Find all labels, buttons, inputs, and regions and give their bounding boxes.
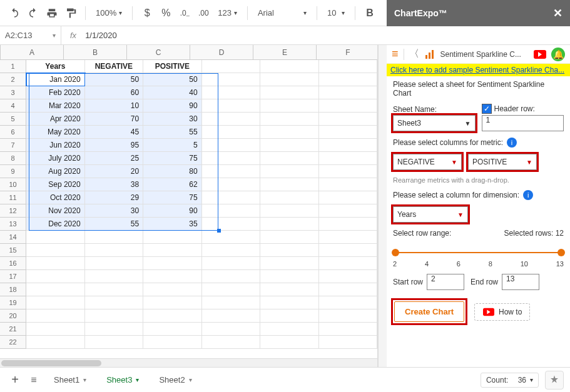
cell[interactable]: 50 xyxy=(85,73,143,86)
cell[interactable] xyxy=(319,113,377,126)
cell[interactable] xyxy=(260,283,318,296)
metric2-select[interactable]: POSITIVE▼ xyxy=(468,154,537,170)
cell[interactable]: 75 xyxy=(143,191,201,204)
zoom-select[interactable]: 100%▾ xyxy=(92,8,126,18)
cell[interactable] xyxy=(202,244,260,257)
cell[interactable] xyxy=(26,323,84,336)
cell[interactable] xyxy=(319,60,377,73)
cell[interactable] xyxy=(319,336,377,349)
currency-button[interactable]: $ xyxy=(139,5,155,21)
cell[interactable] xyxy=(202,296,260,309)
create-chart-button[interactable]: Create Chart xyxy=(394,301,464,322)
cell[interactable]: 40 xyxy=(143,86,201,99)
cell[interactable]: 95 xyxy=(85,139,143,152)
cell[interactable] xyxy=(260,113,318,126)
row-range-slider[interactable] xyxy=(394,246,562,259)
cell[interactable] xyxy=(260,165,318,178)
end-row-input[interactable]: 13 xyxy=(502,274,539,290)
cell[interactable]: 30 xyxy=(143,113,201,126)
cell[interactable] xyxy=(26,283,84,296)
add-sheet-button[interactable]: + xyxy=(6,371,24,389)
cell[interactable] xyxy=(202,73,260,86)
column-header[interactable]: A xyxy=(1,45,64,59)
cell[interactable] xyxy=(260,86,318,99)
header-row-checkbox[interactable]: ✓ xyxy=(482,104,492,114)
row-header[interactable]: 4 xyxy=(0,99,26,113)
cell[interactable]: 35 xyxy=(143,218,201,231)
cell[interactable] xyxy=(319,218,377,231)
explore-button[interactable] xyxy=(545,371,564,389)
cell[interactable]: 10 xyxy=(85,99,143,113)
cell[interactable] xyxy=(143,244,201,257)
cell[interactable]: 25 xyxy=(85,152,143,165)
cell[interactable] xyxy=(260,191,318,204)
cell[interactable] xyxy=(85,257,143,270)
cell[interactable] xyxy=(85,283,143,296)
cell[interactable] xyxy=(85,323,143,336)
percent-button[interactable]: % xyxy=(158,5,174,21)
cell[interactable]: 50 xyxy=(143,73,201,86)
cell[interactable] xyxy=(202,191,260,204)
cell[interactable] xyxy=(202,152,260,165)
cell[interactable] xyxy=(260,257,318,270)
row-header[interactable]: 9 xyxy=(0,165,26,178)
redo-button[interactable] xyxy=(25,5,41,21)
cell[interactable]: 29 xyxy=(85,191,143,204)
cell[interactable]: Sep 2020 xyxy=(26,178,84,191)
undo-button[interactable] xyxy=(6,5,23,21)
cell[interactable] xyxy=(260,270,318,283)
cell[interactable]: 20 xyxy=(85,165,143,178)
row-header[interactable]: 5 xyxy=(0,113,26,126)
cell[interactable] xyxy=(319,204,377,218)
cell[interactable] xyxy=(26,270,84,283)
menu-icon[interactable]: ≡ xyxy=(392,48,399,61)
cell[interactable] xyxy=(143,283,201,296)
selection-handle[interactable] xyxy=(217,229,221,233)
cell[interactable] xyxy=(202,165,260,178)
cell[interactable] xyxy=(319,86,377,99)
grid-body[interactable]: 1YearsNEGATIVEPOSITIVE 2Jan 202050503Feb… xyxy=(0,60,377,358)
cell[interactable] xyxy=(260,178,318,191)
cell[interactable] xyxy=(202,231,260,244)
cell[interactable] xyxy=(202,60,260,73)
cell[interactable] xyxy=(260,152,318,165)
sheet-tab[interactable]: Sheet3▾ xyxy=(96,370,149,389)
row-header[interactable]: 12 xyxy=(0,204,26,218)
cell[interactable] xyxy=(260,126,318,139)
sheet-name-select[interactable]: Sheet3▼ xyxy=(393,115,476,131)
cell[interactable] xyxy=(319,178,377,191)
row-header[interactable]: 15 xyxy=(0,244,26,257)
cell[interactable] xyxy=(202,86,260,99)
cell[interactable] xyxy=(260,323,318,336)
row-header[interactable]: 11 xyxy=(0,191,26,204)
cell[interactable] xyxy=(202,336,260,349)
cell[interactable]: 62 xyxy=(143,178,201,191)
cell[interactable] xyxy=(202,323,260,336)
cell[interactable]: Apr 2020 xyxy=(26,113,84,126)
cell[interactable] xyxy=(202,178,260,191)
cell[interactable] xyxy=(26,296,84,309)
cell[interactable]: 30 xyxy=(85,204,143,218)
cell[interactable]: Aug 2020 xyxy=(26,165,84,178)
bold-button[interactable]: B xyxy=(362,5,378,21)
cell[interactable] xyxy=(143,257,201,270)
how-to-button[interactable]: How to xyxy=(474,303,530,321)
cell[interactable] xyxy=(202,257,260,270)
dimension-select[interactable]: Years▼ xyxy=(393,206,468,223)
cell[interactable] xyxy=(260,99,318,113)
cell[interactable]: Dec 2020 xyxy=(26,218,84,231)
cell[interactable] xyxy=(26,309,84,323)
cell[interactable] xyxy=(319,309,377,323)
cell[interactable] xyxy=(260,73,318,86)
cell[interactable] xyxy=(319,231,377,244)
cell[interactable] xyxy=(143,323,201,336)
cell[interactable] xyxy=(202,283,260,296)
paint-format-button[interactable] xyxy=(63,5,79,21)
row-header[interactable]: 7 xyxy=(0,139,26,152)
cell[interactable]: 75 xyxy=(143,152,201,165)
cell[interactable] xyxy=(260,336,318,349)
back-icon[interactable]: 〈 xyxy=(409,48,419,61)
column-header[interactable]: E xyxy=(253,45,317,59)
cell[interactable] xyxy=(319,323,377,336)
cell[interactable] xyxy=(260,231,318,244)
